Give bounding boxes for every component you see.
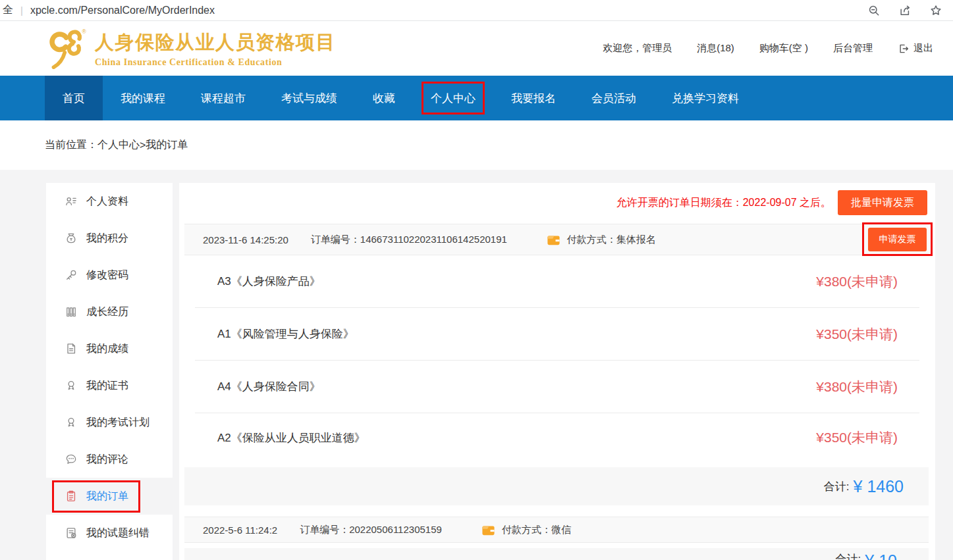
cart-link[interactable]: 购物车(空 ) [759,42,808,55]
invoice-date-notice: 允许开票的订单日期须在：2022-09-07 之后。 [616,196,831,210]
order-item-row: A3《人身保险产品》 ¥380(未申请) [195,255,919,308]
sidebar-item-profile[interactable]: 个人资料 [46,183,173,220]
batch-apply-invoice-button[interactable]: 批量申请发票 [838,190,927,215]
clipboard-icon [65,490,78,503]
cie-logo-icon: ® [46,28,90,69]
order-number: 订单编号：20220506112305159 [300,524,442,536]
breadcrumb-separator: > [140,140,146,151]
sidebar-item-exam-plan[interactable]: 我的考试计划 [46,404,173,441]
url-text[interactable]: xpcle.com/PersonalCore/MyOrderIndex [30,5,215,16]
sidebar-item-growth-history[interactable]: 成长经历 [46,293,173,330]
payment-value: 集体报名 [616,234,656,245]
order-total-row: 合计: ¥ 10 [184,548,929,560]
share-icon[interactable] [898,4,912,17]
sidebar-item-question-corrections[interactable]: 我的试题纠错 [46,515,173,551]
sidebar-item-orders[interactable]: 我的订单 [46,478,173,515]
nav-item-redeem-materials[interactable]: 兑换学习资料 [654,76,757,120]
breadcrumb-parent[interactable]: 个人中心 [97,138,140,152]
bookmark-star-icon[interactable] [929,4,942,17]
course-title: A4《人身保险合同》 [217,379,321,394]
archive-books-icon [65,305,78,318]
sidebar-label: 我的积分 [86,232,128,245]
admin-link[interactable]: 后台管理 [833,42,873,55]
order-number: 订单编号：146673110220231106142520191 [311,234,507,246]
sidebar: 个人资料 我的积分 修改密码 成长经历 我的成绩 我的证书 我的考试计划 我的 [46,183,173,560]
nav-item-member-activities[interactable]: 会员活动 [574,76,654,120]
main-nav: 首页 我的课程 课程超市 考试与成绩 收藏 个人中心 我要报名 会员活动 兑换学… [0,76,953,120]
orders-panel: 允许开票的订单日期须在：2022-09-07 之后。 批量申请发票 2023-1… [179,183,935,560]
nav-label: 兑换学习资料 [672,91,739,106]
money-bag-icon [65,232,78,245]
apply-invoice-button[interactable]: 申请发票 [868,228,927,251]
zoom-out-icon[interactable] [867,4,881,17]
wallet-icon [547,234,560,246]
course-price: ¥350(未申请) [816,428,898,447]
order-number-label: 订单编号： [311,234,360,245]
sidebar-item-certificates[interactable]: 我的证书 [46,367,173,404]
order-number-value: 146673110220231106142520191 [360,234,507,245]
browser-actions [867,4,942,17]
score-sheet-icon [65,342,78,355]
nav-item-exams-scores[interactable]: 考试与成绩 [263,76,355,120]
payment-method-text: 付款方式：集体报名 [567,234,656,246]
breadcrumb: 当前位置： 个人中心 > 我的订单 [0,120,953,170]
order-item-row: A2《保险从业人员职业道德》 ¥350(未申请) [195,413,919,462]
wallet-icon [481,524,495,536]
order-item-row: A1《风险管理与人身保险》 ¥350(未申请) [195,308,919,361]
nav-item-course-market[interactable]: 课程超市 [183,76,263,120]
nav-label: 首页 [63,91,85,106]
order-header: 2023-11-6 14:25:20 订单编号：1466731102202311… [184,224,929,255]
sidebar-label: 我的订单 [86,490,128,503]
messages-link[interactable]: 消息(18) [697,42,734,55]
sidebar-item-change-password[interactable]: 修改密码 [46,257,173,293]
order-item-row: A4《人身保险合同》 ¥380(未申请) [195,361,919,413]
sidebar-label: 我的考试计划 [86,416,150,430]
sidebar-item-scores[interactable]: 我的成绩 [46,330,173,367]
url-separator: | [20,5,23,16]
order-date: 2023-11-6 14:25:20 [203,234,288,245]
logout-label: 退出 [913,42,933,55]
sidebar-label: 我的评论 [86,453,128,467]
payment-method: 付款方式：微信 [481,524,571,536]
nav-item-signup[interactable]: 我要报名 [493,76,574,120]
total-label: 合计: [836,551,861,560]
total-value: ¥ 1460 [854,477,904,496]
address-bar[interactable]: 全 | xpcle.com/PersonalCore/MyOrderIndex [3,3,215,17]
breadcrumb-current[interactable]: 我的订单 [146,138,188,152]
course-price: ¥380(未申请) [816,272,898,291]
logo[interactable]: ® 人身保险从业人员资格项目 China Insurance Certifica… [46,28,336,69]
sidebar-label: 我的成绩 [86,342,128,356]
nav-item-personal-center[interactable]: 个人中心 [413,76,493,120]
payment-method: 付款方式：集体报名 [547,234,656,246]
nav-item-my-courses[interactable]: 我的课程 [103,76,183,120]
payment-label: 付款方式： [567,234,616,245]
medal-icon [65,379,78,392]
course-title: A1《风险管理与人身保险》 [217,326,354,342]
nav-label: 会员活动 [591,91,636,106]
course-price: ¥380(未申请) [816,378,898,396]
logout-link[interactable]: 退出 [898,42,933,55]
nav-label: 我要报名 [511,91,556,106]
total-label: 合计: [824,479,850,494]
sidebar-label: 我的试题纠错 [86,526,150,540]
payment-value: 微信 [551,524,571,535]
logout-icon [898,43,910,55]
site-header: ® 人身保险从业人员资格项目 China Insurance Certifica… [0,21,953,76]
sidebar-item-points[interactable]: 我的积分 [46,220,173,257]
id-card-icon [65,195,78,208]
header-links: 欢迎您，管理员 消息(18) 购物车(空 ) 后台管理 退出 [603,42,933,55]
order-number-label: 订单编号： [300,524,349,535]
page: 全 | xpcle.com/PersonalCore/MyOrderIndex … [0,0,953,560]
payment-label: 付款方式： [502,524,551,535]
sidebar-item-comments[interactable]: 我的评论 [46,441,173,478]
svg-text:®: ® [82,28,87,35]
nav-item-favorites[interactable]: 收藏 [355,76,413,120]
nav-label: 个人中心 [431,91,476,106]
comment-icon [65,453,78,466]
nav-label: 我的课程 [121,91,165,106]
course-title: A2《保险从业人员职业道德》 [217,430,366,445]
nav-item-home[interactable]: 首页 [45,76,103,120]
sidebar-label: 成长经历 [86,305,128,319]
medal-icon [65,416,78,429]
sidebar-label: 修改密码 [86,268,128,282]
